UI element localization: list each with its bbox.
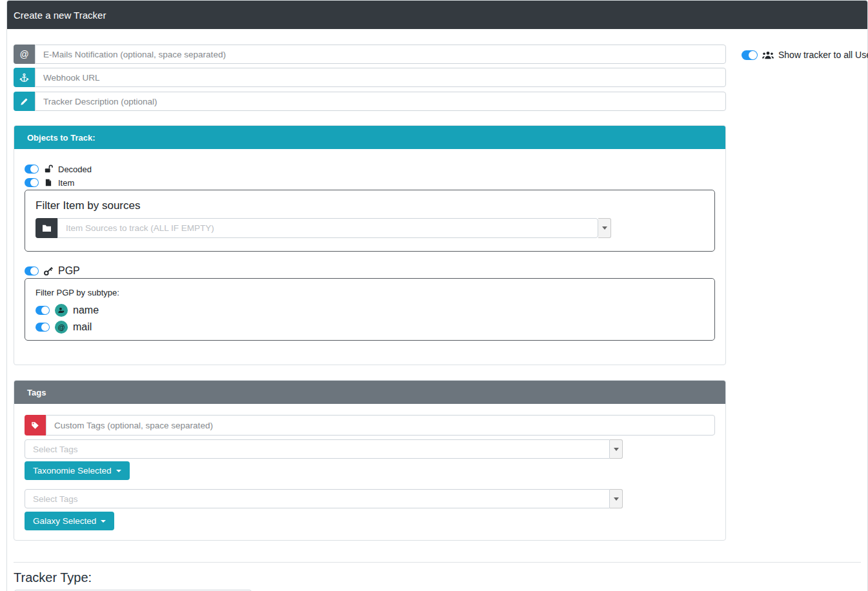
filter-pgp-subtype-title: Filter PGP by subtype: [35, 288, 704, 297]
tracker-type-heading: Tracker Type: [14, 570, 861, 585]
users-icon [762, 51, 774, 59]
show-tracker-toggle[interactable] [742, 50, 758, 60]
decoded-label: Decoded [58, 165, 92, 174]
pgp-name-row: name [35, 303, 704, 318]
pgp-mail-row: @ mail [35, 319, 704, 335]
pencil-icon [14, 92, 35, 111]
emails-notification-input[interactable] [35, 45, 726, 64]
show-tracker-label: Show tracker to all Users [778, 50, 868, 60]
item-toggle-row: Item [25, 176, 715, 189]
filter-pgp-subtype-box: Filter PGP by subtype: name @ [25, 278, 715, 341]
webhook-input-group [14, 68, 726, 87]
caret-down-icon [614, 497, 619, 501]
pgp-label: PGP [58, 265, 80, 277]
at-icon: @ [14, 45, 35, 64]
caret-down-icon [602, 226, 607, 230]
pgp-toggle-row: PGP [25, 265, 715, 277]
unlock-icon [43, 165, 54, 174]
show-tracker-row: Show tracker to all Users [742, 48, 868, 62]
key-icon [43, 266, 54, 275]
form-body: @ O [7, 29, 867, 591]
webhook-url-input[interactable] [35, 68, 726, 87]
tags-card: Tags [14, 380, 726, 541]
decoded-toggle-row: Decoded [25, 163, 715, 175]
caret-down-icon [101, 520, 106, 523]
tag-icon [25, 415, 46, 436]
section-divider [14, 562, 861, 563]
user-tag-icon [55, 304, 68, 317]
pgp-toggle[interactable] [25, 266, 39, 275]
pgp-mail-toggle[interactable] [35, 323, 50, 332]
objects-to-track-header: Objects to Track: [14, 126, 725, 149]
folder-icon [35, 218, 57, 238]
taxonomy-selected-button[interactable]: Taxonomie Selected [25, 461, 130, 480]
objects-to-track-card: Objects to Track: Decoded [14, 125, 726, 365]
page-title: Create a new Tracker [7, 1, 867, 29]
at-circle-icon: @ [55, 321, 68, 334]
create-tracker-card: Create a new Tracker @ [6, 0, 868, 591]
decoded-toggle[interactable] [25, 165, 39, 174]
file-icon [43, 178, 54, 187]
custom-tags-input-group [25, 415, 715, 436]
pgp-name-toggle[interactable] [35, 306, 50, 315]
caret-down-icon [614, 448, 619, 451]
galaxy-tags-dropdown-button[interactable] [610, 489, 623, 508]
galaxy-selected-button[interactable]: Galaxy Selected [25, 512, 114, 530]
taxonomy-tags-select-input[interactable] [25, 439, 610, 459]
emails-input-group: @ [14, 45, 726, 64]
tracker-description-input[interactable] [35, 92, 726, 111]
pgp-name-label: name [73, 305, 99, 316]
taxonomy-tags-dropdown-button[interactable] [610, 439, 623, 459]
caret-down-icon [116, 470, 121, 472]
pgp-mail-label: mail [73, 321, 92, 333]
item-sources-input-group [35, 218, 611, 238]
item-toggle[interactable] [25, 178, 39, 187]
custom-tags-input[interactable] [46, 415, 715, 436]
item-sources-select-input[interactable] [57, 218, 598, 238]
taxonomy-tags-select-group [25, 439, 623, 459]
galaxy-tags-select-group [25, 489, 623, 508]
filter-item-sources-box: Filter Item by sources [25, 190, 715, 252]
tags-header: Tags [14, 381, 725, 404]
item-label: Item [58, 178, 74, 188]
filter-item-sources-title: Filter Item by sources [35, 199, 704, 212]
description-input-group [14, 92, 726, 111]
galaxy-selected-label: Galaxy Selected [33, 516, 96, 526]
anchor-icon [14, 68, 35, 87]
galaxy-tags-select-input[interactable] [25, 489, 610, 508]
item-sources-dropdown-button[interactable] [598, 218, 611, 238]
taxonomy-selected-label: Taxonomie Selected [33, 466, 112, 476]
